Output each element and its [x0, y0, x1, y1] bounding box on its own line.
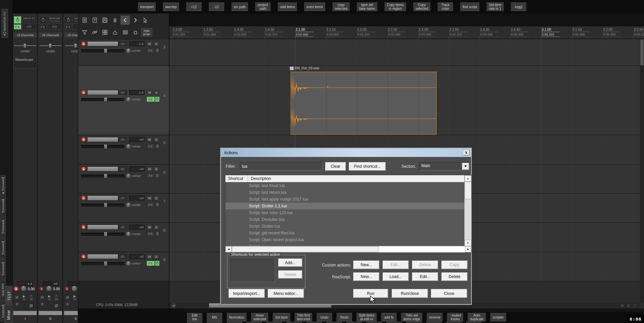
- scroll-left-button[interactable]: ◀: [171, 303, 176, 308]
- toolbar-button[interactable]: Copy selected: [413, 2, 430, 11]
- io-button[interactable]: I/O: [118, 41, 127, 46]
- mute-button[interactable]: M: [147, 137, 152, 142]
- project-tab[interactable]: *test).RPP: [0, 280, 6, 301]
- strip-width-handle[interactable]: [64, 311, 78, 315]
- pan-slider[interactable]: [14, 43, 36, 48]
- io-button[interactable]: I/O: [73, 24, 78, 29]
- fx-button[interactable]: FX: [65, 24, 72, 29]
- project-tab[interactable]: *[Unsaved]: [0, 259, 6, 280]
- track-panel[interactable]: a I/O -inf M S center FX 6: [78, 165, 169, 194]
- record-arm-button[interactable]: a: [81, 41, 86, 46]
- record-arm-button[interactable]: a: [81, 137, 86, 142]
- io-button[interactable]: I/O: [118, 195, 127, 201]
- toolbar-button[interactable]: scripter: [490, 313, 506, 322]
- dialog-button[interactable]: New...: [353, 260, 379, 269]
- action-row[interactable]: Script: Stutter 1.1.lua: [225, 203, 465, 209]
- track-number[interactable]: 8: [159, 228, 169, 232]
- grid-lines-icon[interactable]: [121, 28, 130, 37]
- track-number[interactable]: 6: [159, 170, 169, 174]
- dialog-button[interactable]: Delete: [412, 260, 438, 269]
- action-row[interactable]: Script: test fmod.lua: [225, 182, 465, 189]
- find-shortcut-button[interactable]: Find shortcut...: [349, 162, 386, 171]
- fx-power-button[interactable]: [155, 173, 159, 178]
- project-tab[interactable]: *[Unsaved]: [0, 238, 6, 259]
- pan-knob[interactable]: [126, 48, 131, 53]
- mute-button[interactable]: M: [147, 254, 152, 259]
- filter-icon[interactable]: [80, 28, 89, 37]
- docker-tab-test[interactable]: TEST: [5, 286, 13, 306]
- action-row[interactable]: Script: test color 123.lua: [225, 209, 465, 216]
- run-close-button[interactable]: Run/close: [392, 289, 428, 298]
- dialog-button[interactable]: Copy: [441, 260, 468, 269]
- solo-button[interactable]: S: [153, 166, 159, 171]
- track-routing-button[interactable]: ^TR: [28, 294, 34, 301]
- solo-button[interactable]: S: [153, 137, 159, 142]
- track-routing-button[interactable]: ^TR: [54, 294, 59, 301]
- toolbar-button[interactable]: -12: [209, 2, 224, 11]
- volume-value[interactable]: -1.6: [129, 90, 145, 95]
- volume-value[interactable]: -inf: [129, 166, 145, 171]
- toolbar-button[interactable]: Edit me: [187, 313, 202, 322]
- track-panel[interactable]: a I/O -inf M S center FX 7: [78, 194, 169, 223]
- fx-button[interactable]: FX: [147, 144, 155, 149]
- fx-button[interactable]: FX: [147, 173, 155, 178]
- solo-button[interactable]: S: [153, 195, 159, 201]
- scrollbar-thumb[interactable]: [640, 40, 644, 65]
- toolbar-button[interactable]: MS: [207, 313, 222, 322]
- mute-button[interactable]: M: [147, 41, 152, 46]
- solo-button[interactable]: S: [40, 302, 45, 307]
- scroll-down-button[interactable]: ▼: [465, 240, 471, 246]
- mute-button[interactable]: M: [147, 225, 152, 230]
- redo-icon[interactable]: [131, 16, 140, 25]
- fx-power-button[interactable]: [155, 231, 159, 236]
- fx-button[interactable]: FX: [39, 24, 47, 29]
- toolbar-button[interactable]: Auto duplicate: [468, 313, 486, 322]
- fx-power-button[interactable]: [155, 144, 159, 149]
- volume-fader[interactable]: [81, 233, 124, 236]
- clear-button[interactable]: Clear: [325, 162, 346, 171]
- pan-knob[interactable]: [126, 261, 131, 266]
- toolbar-button[interactable]: Redo: [337, 313, 352, 322]
- scrollbar-thumb[interactable]: [465, 182, 471, 199]
- import-export-button[interactable]: Import/export...: [228, 289, 265, 298]
- pan-knob[interactable]: [71, 285, 77, 292]
- filter-input[interactable]: [240, 162, 322, 170]
- dialog-button[interactable]: Delete: [441, 272, 468, 281]
- scroll-left-button[interactable]: ◀: [225, 246, 232, 252]
- track-panel[interactable]: a I/O -inf M S center FX 8: [78, 223, 169, 252]
- toolbar-button[interactable]: Set item rate to 1: [487, 2, 504, 11]
- column-shortcut[interactable]: Shortcut: [225, 175, 248, 182]
- paperclip-icon[interactable]: [110, 16, 120, 25]
- strip-track-number[interactable]: 6: [64, 317, 78, 321]
- action-row[interactable]: Script: Stutter.lua: [225, 223, 465, 230]
- dropdown-arrow-icon[interactable]: [462, 163, 469, 170]
- record-arm-button[interactable]: a: [81, 90, 86, 95]
- toolbar-button[interactable]: Track color: [438, 2, 453, 11]
- solo-button[interactable]: S: [153, 254, 159, 259]
- open-project-button[interactable]: Ope proje: [141, 28, 152, 37]
- dialog-button[interactable]: Load...: [382, 272, 409, 281]
- track-name-field[interactable]: [87, 137, 118, 142]
- pan-knob[interactable]: [126, 173, 131, 179]
- volume-value[interactable]: -inf: [129, 225, 145, 230]
- toolbar-button[interactable]: copy selected: [332, 2, 350, 11]
- strip-label[interactable]: INPUT FX: [22, 16, 36, 21]
- track-name-field[interactable]: [87, 166, 118, 171]
- record-arm-button[interactable]: a: [81, 195, 86, 201]
- io-button[interactable]: I/O: [118, 225, 127, 230]
- zoom-handle[interactable]: [633, 303, 637, 308]
- list-vertical-scrollbar[interactable]: ▲ ▼: [464, 175, 471, 246]
- track-panel[interactable]: a I/O -1.6 M S center FX 3: [78, 40, 169, 66]
- open-project-icon[interactable]: [90, 16, 99, 25]
- volume-value[interactable]: -inf: [129, 254, 145, 259]
- docker-tab-mixer[interactable]: Mixer: [4, 307, 13, 323]
- input-button[interactable]: ▶IN: [72, 294, 77, 301]
- section-select[interactable]: Main: [419, 162, 470, 170]
- solo-button[interactable]: S: [153, 225, 159, 230]
- toolbar-button[interactable]: project path: [255, 2, 271, 11]
- volume-fader[interactable]: [81, 262, 124, 265]
- channels-selector[interactable]: All channels: [39, 32, 62, 38]
- monitor-fx-tab[interactable]: MONITOR FX: [1, 9, 8, 38]
- toolbar-button[interactable]: Trim first item end: [295, 313, 313, 322]
- dialog-titlebar[interactable]: Actions: [221, 148, 471, 157]
